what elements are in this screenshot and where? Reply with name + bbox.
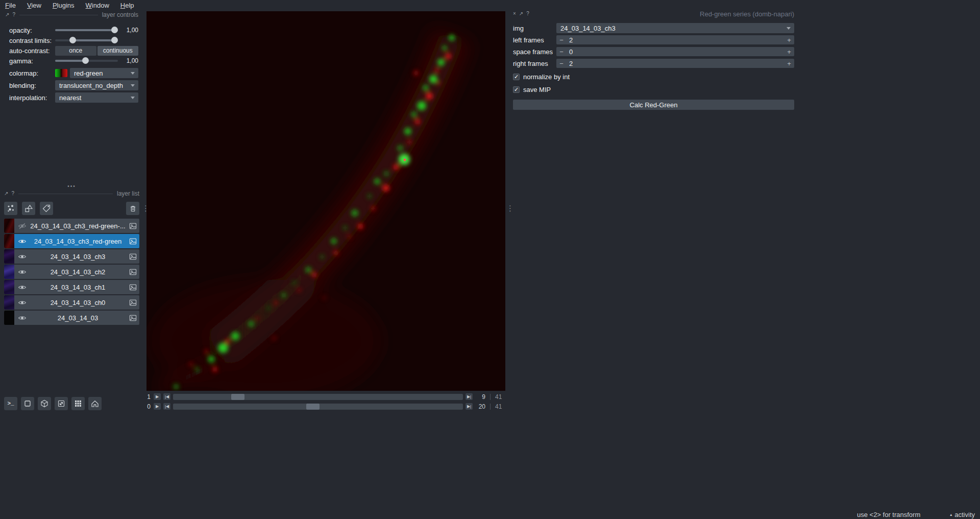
visibility-toggle[interactable] [14,222,30,230]
skip-to-start-button[interactable]: |◀ [163,403,170,410]
skip-to-end-button[interactable]: ▶| [465,403,473,410]
new-shapes-layer-button[interactable] [22,202,35,215]
layer-row[interactable]: 24_03_14_03_ch3 [4,249,139,264]
gamma-slider-handle[interactable] [82,57,89,64]
right-splitter-handle[interactable]: ⋮ [506,206,514,210]
layer-row[interactable]: 24_03_14_03_ch2 [4,265,139,279]
delete-layer-button[interactable] [126,202,139,215]
space-frames-spinbox[interactable]: − 0 + [556,47,794,56]
opacity-slider-handle[interactable] [111,27,118,33]
contrast-limits-slider[interactable] [55,36,118,44]
layer-name: 24_03_14_03_ch3_red-green-... [30,222,126,230]
save-mip-checkbox[interactable]: ✓ [513,86,520,93]
skip-to-start-button[interactable]: |◀ [163,393,170,400]
menu-plugins[interactable]: Plugins [53,2,75,9]
help-icon[interactable]: ? [11,191,14,196]
float-panel-icon[interactable]: ↗ [5,12,9,17]
transpose-dims-button[interactable] [55,397,68,410]
panel-resize-handle[interactable]: ••• [4,183,139,189]
autocontrast-once-button[interactable]: once [55,46,96,56]
visibility-toggle[interactable] [14,298,30,307]
float-panel-icon[interactable]: ↗ [4,191,8,196]
viewer-canvas[interactable] [146,11,505,391]
dim-axis-label: 0 [146,403,151,410]
dim-slider-track[interactable] [173,394,463,400]
help-icon[interactable]: ? [526,11,529,16]
activity-button[interactable]: ▴ activity [950,511,975,518]
space-frames-label: space frames [513,48,556,56]
img-dropdown[interactable]: 24_03_14_03_ch3 [556,23,794,33]
home-button[interactable] [88,397,102,410]
opacity-slider[interactable] [55,26,118,34]
cube-icon [40,399,48,408]
visibility-toggle[interactable] [14,237,30,246]
visibility-toggle[interactable] [14,268,30,276]
menu-help[interactable]: Help [120,2,134,9]
gamma-label: gamma: [9,57,55,65]
dim-slider-handle[interactable] [231,394,244,400]
contrast-low-handle[interactable] [69,37,76,43]
current-frame: 9 [475,393,485,400]
layer-row[interactable]: 24_03_14_03_ch3_red-green-... [4,219,139,233]
skip-to-end-button[interactable]: ▶| [465,393,473,400]
left-splitter-handle[interactable]: ⋮ [142,206,150,210]
interpolation-dropdown[interactable]: nearest [55,92,138,103]
decrement-button[interactable]: − [556,60,567,67]
layer-thumbnail [4,280,14,294]
contrast-high-handle[interactable] [111,37,118,43]
grid-view-button[interactable] [71,397,85,410]
close-panel-icon[interactable]: × [513,11,516,16]
autocontrast-continuous-button[interactable]: continuous [97,46,139,56]
menu-window[interactable]: Window [86,2,109,9]
eye-icon [18,252,27,261]
layer-thumbnail [4,234,14,248]
decrement-button[interactable]: − [556,36,567,44]
save-mip-checkbox-row[interactable]: ✓ save MIP [513,85,794,94]
eye-icon [18,237,27,246]
visibility-toggle[interactable] [14,252,30,261]
layer-row-selected[interactable]: 24_03_14_03_ch3_red-green [4,234,139,248]
layer-row[interactable]: 24_03_14_03 [4,311,139,325]
float-panel-icon[interactable]: ↗ [519,11,523,16]
colormap-dropdown[interactable]: red-green [70,68,138,78]
interpolation-row: interpolation: nearest [5,92,138,103]
layer-list-header: ↗ ? layer list [4,190,139,197]
dim-slider-track[interactable] [173,404,463,410]
menu-file[interactable]: File [5,2,16,9]
plugin-panel-header: × ↗ ? Red-green series (domb-napari) [513,10,794,17]
trash-icon [129,205,137,213]
blending-dropdown[interactable]: translucent_no_depth [55,80,138,90]
increment-button[interactable]: + [784,48,794,56]
right-frames-spinbox[interactable]: − 2 + [556,59,794,68]
total-frames: 41 [495,403,505,410]
gamma-slider[interactable] [55,57,118,65]
autocontrast-label: auto-contrast: [9,47,55,55]
visibility-toggle[interactable] [14,314,30,322]
layer-row[interactable]: 24_03_14_03_ch1 [4,280,139,294]
console-button[interactable]: >_ [4,397,17,410]
decrement-button[interactable]: − [556,48,567,56]
layer-row[interactable]: 24_03_14_03_ch0 [4,295,139,310]
new-labels-layer-button[interactable] [40,202,53,215]
shapes-icon [24,204,33,213]
roll-dims-button[interactable] [38,397,51,410]
menu-view[interactable]: View [27,2,41,9]
new-points-layer-button[interactable] [4,202,17,215]
normalize-checkbox[interactable]: ✓ [513,74,520,80]
dim-slider-handle[interactable] [306,404,320,410]
ndisplay-toggle-button[interactable] [21,397,34,410]
play-button[interactable]: ▶ [154,403,161,410]
layer-type-icon [126,299,139,306]
autocontrast-row: auto-contrast: once continuous [5,45,138,56]
visibility-toggle[interactable] [14,283,30,292]
increment-button[interactable]: + [784,36,794,44]
help-icon[interactable]: ? [12,12,15,17]
dimension-sliders: 1 ▶ |◀ ▶| 9 41 0 ▶ |◀ ▶| 20 41 [146,393,505,413]
play-button[interactable]: ▶ [154,393,161,400]
img-value: 24_03_14_03_ch3 [560,25,616,32]
normalize-checkbox-row[interactable]: ✓ normalize by int [513,72,794,81]
left-frames-spinbox[interactable]: − 2 + [556,35,794,44]
layer-type-icon [126,253,139,261]
calc-red-green-button[interactable]: Calc Red-Green [513,100,794,110]
increment-button[interactable]: + [784,60,794,67]
